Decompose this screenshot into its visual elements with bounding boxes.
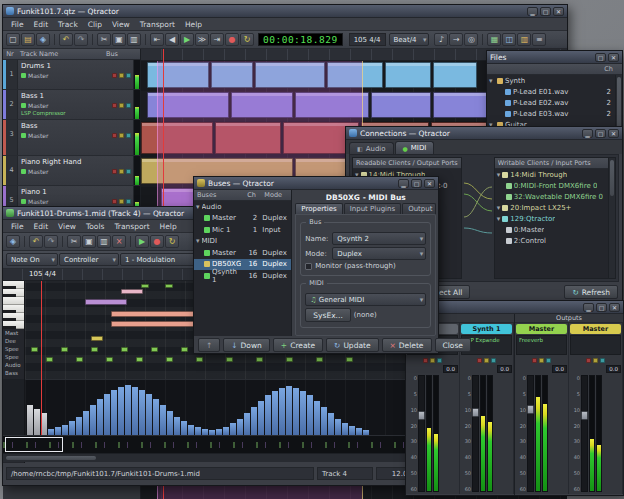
midi-note[interactable] <box>256 357 263 362</box>
plugin-item[interactable]: Freeverb <box>519 337 564 343</box>
move-up-button[interactable]: ↑ <box>198 338 220 352</box>
instrument-combo[interactable]: ♫ General MIDI <box>305 293 426 306</box>
menu-view[interactable]: View <box>53 221 81 232</box>
col-track-name[interactable]: Track Name <box>17 50 106 58</box>
mute-button[interactable] <box>119 103 124 108</box>
velocity-bar[interactable] <box>132 387 138 435</box>
minimize-button[interactable]: ▁ <box>527 7 538 16</box>
song-overview[interactable] <box>3 435 423 453</box>
velocity-bar[interactable] <box>356 428 362 435</box>
midi-note[interactable] <box>286 357 293 362</box>
port-item[interactable]: 32:Wavetable DMX6fire 0 <box>495 191 615 202</box>
velocity-bar[interactable] <box>223 427 229 435</box>
update-button[interactable]: ↻Update <box>326 338 378 352</box>
writable-header[interactable]: Writable Clients / Input Ports <box>495 158 615 169</box>
close-button[interactable]: ✕ <box>609 303 620 312</box>
close-button[interactable]: ✕ <box>608 129 619 138</box>
play-icon[interactable]: ▶ <box>135 235 149 248</box>
velocity-bar[interactable] <box>118 387 124 435</box>
paste-icon[interactable]: ▥ <box>97 235 111 248</box>
loop-icon[interactable]: ↻ <box>240 33 254 46</box>
record-icon[interactable]: ● <box>150 235 164 248</box>
midi-note[interactable] <box>141 284 149 288</box>
track-row[interactable]: 1Drums 1Master <box>3 60 140 90</box>
fader-handle[interactable] <box>527 405 534 414</box>
midi-note[interactable] <box>226 357 233 362</box>
velocity-bar[interactable] <box>314 401 320 435</box>
bus-tab-properties[interactable]: Properties <box>295 203 342 214</box>
menu-track[interactable]: Track <box>53 19 83 30</box>
menu-view[interactable]: View <box>107 19 135 30</box>
client-item[interactable]: ▾14:Midi Through <box>495 169 615 180</box>
col-ch[interactable]: Ch <box>247 191 261 199</box>
menu-edit[interactable]: Edit <box>29 221 54 232</box>
velocity-bar[interactable] <box>321 407 327 435</box>
velocity-bar[interactable] <box>69 421 75 435</box>
col-bus[interactable]: Bus <box>106 50 140 58</box>
writable-scroll-thumb[interactable] <box>610 160 614 196</box>
velocity-bar[interactable] <box>293 388 299 435</box>
velocity-bar[interactable] <box>160 405 166 435</box>
follow-playhead-icon[interactable]: → <box>449 33 463 46</box>
velocity-bar[interactable] <box>237 419 243 435</box>
mute-button[interactable] <box>539 358 544 363</box>
velocity-bar[interactable] <box>286 386 292 435</box>
maximize-button[interactable]: ▢ <box>540 7 551 16</box>
fader-handle[interactable] <box>418 411 425 420</box>
mixer-strip[interactable]: Master0.005102030405060 <box>569 323 623 494</box>
plugin-list[interactable]: Freeverb <box>516 335 567 355</box>
menu-help[interactable]: Help <box>155 221 182 232</box>
sysex-button[interactable]: SysEx... <box>305 308 350 322</box>
event-type-combo[interactable]: Controller <box>59 253 119 266</box>
fader[interactable] <box>527 375 534 492</box>
fader-handle[interactable] <box>472 408 479 417</box>
record-button[interactable] <box>477 358 482 363</box>
bus-name-combo[interactable]: Qsynth 2 <box>332 232 426 245</box>
file-item[interactable]: P-Lead E02.wav2 <box>487 97 622 108</box>
save-session-icon[interactable]: ◈ <box>36 33 50 46</box>
connections-icon[interactable]: ◫ <box>502 33 516 46</box>
bus-tab-input-plugins[interactable]: Input Plugins <box>344 203 401 214</box>
menu-transport[interactable]: Transport <box>135 19 180 30</box>
gain-value[interactable]: 0.0 <box>606 365 621 373</box>
col-mode[interactable]: Mode <box>261 191 291 199</box>
solo-button[interactable] <box>546 358 551 363</box>
midi-note[interactable] <box>31 347 38 352</box>
monitor-checkbox[interactable] <box>305 263 312 270</box>
midi-note[interactable] <box>106 357 113 362</box>
port-item[interactable]: 0:MIDI-Front DMX6fire 0 <box>495 180 615 191</box>
midi-note[interactable] <box>91 336 103 341</box>
create-button[interactable]: +Create <box>273 338 323 352</box>
velocity-bar[interactable] <box>55 427 61 435</box>
rewind-start-icon[interactable]: ⇤ <box>150 33 164 46</box>
midi-note[interactable] <box>151 347 158 352</box>
velocity-bar[interactable] <box>195 427 201 435</box>
record-button[interactable] <box>112 133 117 138</box>
velocity-bar[interactable] <box>111 390 117 435</box>
gain-value[interactable]: 0.0 <box>552 365 567 373</box>
undo-icon[interactable]: ↶ <box>59 33 73 46</box>
file-item[interactable]: P-Lead E01.wav2 <box>487 86 622 97</box>
mixer-strip[interactable]: MasterFreeverb0.005102030405060 <box>515 323 569 494</box>
menu-tools[interactable]: Tools <box>81 221 109 232</box>
velocity-lane[interactable] <box>25 379 423 435</box>
mute-button[interactable] <box>119 133 124 138</box>
velocity-bar[interactable] <box>328 413 334 435</box>
velocity-bar[interactable] <box>244 413 250 435</box>
solo-button[interactable] <box>126 73 131 78</box>
copy-icon[interactable]: ▣ <box>112 33 126 46</box>
files-col-ch[interactable]: Ch <box>604 65 622 73</box>
record-button[interactable] <box>112 199 117 204</box>
menu-clip[interactable]: Clip <box>83 19 107 30</box>
readable-header[interactable]: Readable Clients / Output Ports <box>353 158 461 169</box>
cut-icon[interactable]: ✂ <box>67 235 81 248</box>
mixer-icon[interactable]: ▦ <box>487 33 501 46</box>
port-item[interactable]: 0:Master <box>495 224 615 235</box>
velocity-bar[interactable] <box>153 399 159 435</box>
midi-note[interactable] <box>181 347 188 352</box>
delete-icon[interactable]: × <box>112 235 126 248</box>
fader[interactable] <box>581 375 588 492</box>
bus-group-row[interactable]: ▾MIDI <box>194 236 291 248</box>
view-type-combo[interactable]: Note On <box>6 253 58 266</box>
velocity-bar[interactable] <box>279 388 285 435</box>
